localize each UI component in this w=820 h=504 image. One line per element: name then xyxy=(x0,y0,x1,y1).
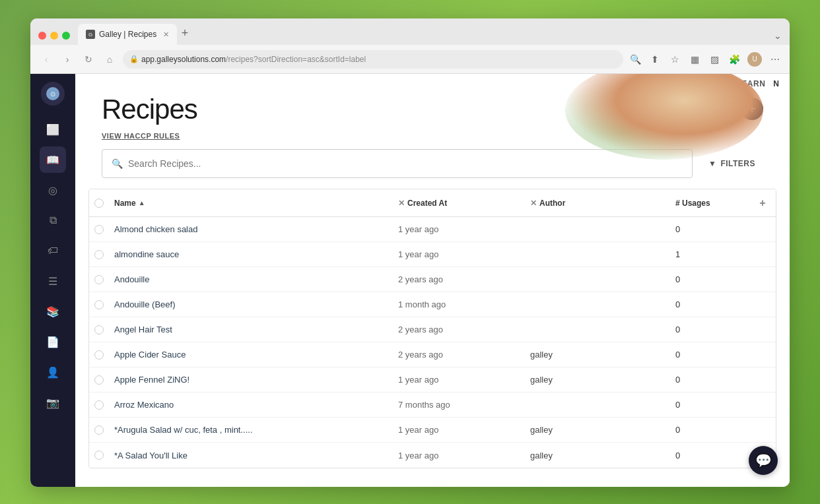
sidebar-item-doc[interactable]: 📄 xyxy=(40,329,66,355)
row-checkbox[interactable] xyxy=(94,375,104,385)
chat-button[interactable]: 💬 xyxy=(749,446,778,475)
toolbar-icons: 🔍 ⬆ ☆ ▦ ▨ 🧩 U ⋯ xyxy=(629,52,782,67)
hero-section: Recipes + xyxy=(75,74,790,132)
row-created-at: 1 month ago xyxy=(393,299,525,309)
reload-button[interactable]: ↻ xyxy=(81,51,96,67)
url-path: /recipes?sortDirection=asc&sortId=label xyxy=(226,55,366,64)
close-dot[interactable] xyxy=(38,32,46,40)
security-lock-icon: 🔒 xyxy=(129,55,139,63)
remove-created-at-icon[interactable]: ✕ xyxy=(398,199,405,208)
row-created-at: 1 year ago xyxy=(393,249,525,259)
row-name[interactable]: Arroz Mexicano xyxy=(109,400,393,410)
th-add-col[interactable]: + xyxy=(749,197,776,209)
filters-label: FILTERS xyxy=(720,159,755,168)
address-input-wrap[interactable]: 🔒 app.galleysolutions.com /recipes?sortD… xyxy=(123,50,623,69)
forward-button[interactable]: › xyxy=(59,51,75,67)
search-toolbar-icon[interactable]: 🔍 xyxy=(629,53,642,66)
sidebar-item-list[interactable]: ☰ xyxy=(40,268,66,294)
table-row[interactable]: almondine sauce 1 year ago 1 xyxy=(89,242,776,267)
sidebar-item-signals[interactable]: ◎ xyxy=(40,177,66,203)
table-row[interactable]: Angel Hair Test 2 years ago 0 xyxy=(89,317,776,342)
row-checkbox-cell xyxy=(89,425,109,435)
row-checkbox[interactable] xyxy=(94,300,104,309)
table-row[interactable]: *A Salad You'll Like 1 year ago galley 0 xyxy=(89,443,776,468)
row-checkbox-cell xyxy=(89,250,109,259)
table-row[interactable]: Arroz Mexicano 7 months ago 0 xyxy=(89,393,776,418)
row-checkbox-cell xyxy=(89,275,109,284)
row-checkbox[interactable] xyxy=(94,350,104,360)
new-tab-button[interactable]: + xyxy=(177,25,193,41)
table-row[interactable]: Apple Cider Sauce 2 years ago galley 0 xyxy=(89,342,776,367)
address-display[interactable]: app.galleysolutions.com /recipes?sortDir… xyxy=(123,50,623,69)
row-checkbox[interactable] xyxy=(94,250,104,259)
row-name[interactable]: Angel Hair Test xyxy=(109,325,393,334)
person-icon: 👤 xyxy=(46,366,59,379)
extension-icon-1[interactable]: ▦ xyxy=(688,53,701,66)
row-name[interactable]: *Arugula Salad w/ cuc, feta , mint..... xyxy=(109,425,393,435)
page-icon: ⬜ xyxy=(46,123,59,136)
share-icon[interactable]: ⬆ xyxy=(648,53,662,66)
search-box[interactable]: 🔍 xyxy=(102,149,693,178)
row-usages: 0 xyxy=(670,425,749,435)
row-name[interactable]: Apple Cider Sauce xyxy=(109,350,393,360)
remove-author-icon[interactable]: ✕ xyxy=(530,199,537,208)
active-tab[interactable]: G Galley | Recipes ✕ xyxy=(78,24,177,45)
row-checkbox[interactable] xyxy=(94,425,104,435)
row-name[interactable]: almondine sauce xyxy=(109,249,393,259)
page-content: LEARN N Recipes + VIEW HACCP RULES 🔍 xyxy=(75,74,790,487)
row-checkbox-cell xyxy=(89,350,109,360)
row-name[interactable]: Apple Fennel ZiNG! xyxy=(109,375,393,385)
row-created-at: 7 months ago xyxy=(393,400,525,410)
table-row[interactable]: Apple Fennel ZiNG! 1 year ago galley 0 xyxy=(89,367,776,393)
row-checkbox[interactable] xyxy=(94,400,104,410)
content-area: ⊙ ⬜ 📖 ◎ ⧉ 🏷 ☰ 📚 📄 xyxy=(30,74,790,487)
user-avatar[interactable]: U xyxy=(747,52,762,67)
sidebar: ⊙ ⬜ 📖 ◎ ⧉ 🏷 ☰ 📚 📄 xyxy=(30,74,75,487)
tab-bar: G Galley | Recipes ✕ + ⌄ xyxy=(30,18,790,45)
sidebar-item-camera[interactable]: 📷 xyxy=(40,389,66,416)
browser-window: G Galley | Recipes ✕ + ⌄ ‹ › ↻ ⌂ 🔒 app.g… xyxy=(30,18,790,487)
filters-button[interactable]: ▼ FILTERS xyxy=(700,151,763,176)
row-name[interactable]: Almond chicken salad xyxy=(109,224,393,234)
row-checkbox[interactable] xyxy=(94,275,104,284)
bookmark-icon[interactable]: ☆ xyxy=(668,53,681,66)
sidebar-logo[interactable]: ⊙ xyxy=(41,82,65,106)
table-row[interactable]: Almond chicken salad 1 year ago 0 xyxy=(89,217,776,242)
table-row[interactable]: *Arugula Salad w/ cuc, feta , mint..... … xyxy=(89,418,776,443)
row-checkbox-cell xyxy=(89,451,109,460)
tab-close-button[interactable]: ✕ xyxy=(163,30,169,39)
row-name[interactable]: *A Salad You'll Like xyxy=(109,451,393,460)
home-button[interactable]: ⌂ xyxy=(102,51,118,67)
table-row[interactable]: Andouille 2 years ago 0 xyxy=(89,267,776,292)
sidebar-item-layers[interactable]: ⧉ xyxy=(40,207,66,234)
browser-menu-icon[interactable]: ⋯ xyxy=(769,53,782,66)
row-created-at: 2 years ago xyxy=(393,350,525,360)
maximize-dot[interactable] xyxy=(62,32,70,40)
list-icon: ☰ xyxy=(48,275,57,288)
row-checkbox[interactable] xyxy=(94,225,104,234)
tab-menu-button[interactable]: ⌄ xyxy=(774,30,782,41)
row-name[interactable]: Andouille (Beef) xyxy=(109,299,393,309)
sidebar-item-recipes[interactable]: 📖 xyxy=(40,146,66,173)
recipes-table: Name ▲ ✕ Created At ✕ Author # Usages xyxy=(88,189,776,468)
search-input[interactable] xyxy=(128,158,683,169)
table-row[interactable]: Andouille (Beef) 1 month ago 0 xyxy=(89,292,776,317)
th-created-at: ✕ Created At xyxy=(393,199,525,208)
extension-icon-2[interactable]: ▨ xyxy=(708,53,721,66)
search-icon: 🔍 xyxy=(112,158,123,169)
sidebar-item-book[interactable]: 📚 xyxy=(40,298,66,325)
row-created-at: 2 years ago xyxy=(393,274,525,284)
sidebar-item-page[interactable]: ⬜ xyxy=(40,116,66,142)
sidebar-item-tags[interactable]: 🏷 xyxy=(40,237,66,264)
minimize-dot[interactable] xyxy=(50,32,58,40)
back-button[interactable]: ‹ xyxy=(38,51,54,67)
sidebar-item-person[interactable]: 👤 xyxy=(40,359,66,385)
header-checkbox[interactable] xyxy=(94,199,104,208)
th-name[interactable]: Name ▲ xyxy=(109,199,393,208)
row-name[interactable]: Andouille xyxy=(109,274,393,284)
row-author: galley xyxy=(525,350,670,360)
extension-icon-3[interactable]: 🧩 xyxy=(728,53,741,66)
row-checkbox[interactable] xyxy=(94,325,104,334)
row-checkbox[interactable] xyxy=(94,451,104,460)
camera-icon: 📷 xyxy=(46,396,59,409)
